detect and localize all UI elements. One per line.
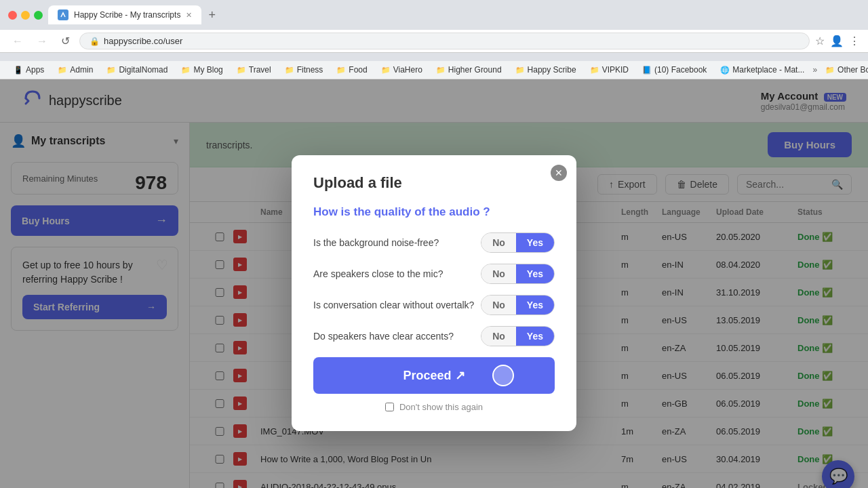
marketplace-icon: 🌐 <box>720 66 730 75</box>
toggle-group-4: No Yes <box>481 326 555 346</box>
titlebar: Happy Scribe - My transcripts ✕ + <box>0 0 868 30</box>
fitness-icon: 📁 <box>285 66 294 75</box>
bookmark-higherground[interactable]: 📁 Higher Ground <box>431 64 507 76</box>
upload-modal: ✕ Upload a file How is the quality of th… <box>292 155 576 431</box>
toggle-yes-1[interactable]: Yes <box>516 233 554 252</box>
question-text-3: Is conversation clear without overtalk? <box>313 300 481 310</box>
question-text-2: Are speakers close to the mic? <box>313 268 481 279</box>
higherground-icon: 📁 <box>436 66 446 75</box>
vipkid-icon: 📁 <box>590 66 599 75</box>
app-container: happyscribe My Account NEW gdesilva01@gm… <box>0 79 868 488</box>
bookmark-travel[interactable]: 📁 Travel <box>231 64 277 76</box>
modal-overlay: ✕ Upload a file How is the quality of th… <box>0 79 868 488</box>
back-btn[interactable]: ← <box>8 34 27 49</box>
toggle-no-4[interactable]: No <box>481 327 516 346</box>
bookmark-admin-label: Admin <box>70 65 93 75</box>
dont-show-row: Don't show this again <box>313 402 555 412</box>
bookmarks-bar: 📱 Apps 📁 Admin 📁 DigitalNomad 📁 My Blog … <box>0 61 868 79</box>
toggle-group-3: No Yes <box>481 295 555 315</box>
toggle-yes-4[interactable]: Yes <box>516 327 554 346</box>
forward-btn[interactable]: → <box>33 34 52 49</box>
toggle-no-3[interactable]: No <box>481 296 516 314</box>
bookmark-happyscribe-label: Happy Scribe <box>528 65 576 75</box>
bookmark-viahero[interactable]: 📁 ViaHero <box>376 64 428 76</box>
travel-icon: 📁 <box>237 66 246 75</box>
other-icon: 📁 <box>825 66 835 75</box>
bookmark-myblog[interactable]: 📁 My Blog <box>176 64 228 76</box>
bookmark-digitalnomad[interactable]: 📁 DigitalNomad <box>101 64 173 76</box>
question-text-4: Do speakers have clear accents? <box>313 331 481 342</box>
bookmark-myblog-label: My Blog <box>193 65 222 75</box>
toggle-yes-3[interactable]: Yes <box>516 296 554 314</box>
bookmark-marketplace[interactable]: 🌐 Marketplace - Mat... <box>715 64 810 76</box>
toggle-no-1[interactable]: No <box>481 233 516 252</box>
bookmark-vipkid[interactable]: 📁 VIPKID <box>585 64 634 76</box>
question-row-2: Are speakers close to the mic? No Yes <box>313 264 555 284</box>
bookmark-apps-label: Apps <box>26 65 44 75</box>
toggle-group-2: No Yes <box>481 264 555 284</box>
new-tab-btn[interactable]: + <box>204 7 220 24</box>
dont-show-label: Don't show this again <box>399 402 483 412</box>
bookmark-food-label: Food <box>349 65 367 75</box>
admin-icon: 📁 <box>58 66 67 75</box>
more-icon[interactable]: ⋮ <box>849 35 860 47</box>
toggle-yes-2[interactable]: Yes <box>516 264 554 283</box>
dont-show-checkbox[interactable] <box>385 403 394 411</box>
toggle-no-2[interactable]: No <box>481 264 516 283</box>
tab-title: Happy Scribe - My transcripts <box>74 10 180 20</box>
proceed-btn[interactable]: Proceed ↗ <box>313 357 555 394</box>
active-tab[interactable]: Happy Scribe - My transcripts ✕ <box>48 5 201 24</box>
reload-btn[interactable]: ↺ <box>57 33 74 49</box>
bookmark-other-label: Other Bookmarks <box>837 65 868 75</box>
bookmark-admin[interactable]: 📁 Admin <box>52 64 98 76</box>
modal-question: How is the quality of the audio ? <box>313 205 555 219</box>
bookmark-facebook-label: (10) Facebook <box>654 65 707 75</box>
bookmark-vipkid-label: VIPKID <box>602 65 629 75</box>
cursor-indicator <box>492 365 514 386</box>
happyscribe-bm-icon: 📁 <box>515 66 525 75</box>
food-icon: 📁 <box>336 66 346 75</box>
browser-chrome: Happy Scribe - My transcripts ✕ + ← → ↺ … <box>0 0 868 61</box>
bookmark-fitness[interactable]: 📁 Fitness <box>279 64 329 76</box>
bookmark-higherground-label: Higher Ground <box>448 65 502 75</box>
question-row-3: Is conversation clear without overtalk? … <box>313 295 555 315</box>
bookmark-digitalnomad-label: DigitalNomad <box>119 65 167 75</box>
bookmark-food[interactable]: 📁 Food <box>331 64 372 76</box>
viahero-icon: 📁 <box>381 66 391 75</box>
tab-close-btn[interactable]: ✕ <box>186 11 192 20</box>
bookmark-fitness-label: Fitness <box>297 65 323 75</box>
digitalnomad-icon: 📁 <box>106 66 116 75</box>
more-bookmarks-btn[interactable]: » <box>812 65 817 75</box>
bookmark-travel-label: Travel <box>249 65 271 75</box>
bookmark-apps[interactable]: 📱 Apps <box>8 64 50 76</box>
question-row-4: Do speakers have clear accents? No Yes <box>313 326 555 346</box>
bookmark-facebook[interactable]: 📘 (10) Facebook <box>637 64 712 76</box>
bookmark-other[interactable]: 📁 Other Bookmarks <box>820 64 868 76</box>
bookmark-star-icon[interactable]: ☆ <box>815 35 825 47</box>
tab-bar: Happy Scribe - My transcripts ✕ + <box>48 5 860 24</box>
apps-icon: 📱 <box>14 66 23 75</box>
question-text-1: Is the background noise-free? <box>313 237 481 248</box>
bookmark-marketplace-label: Marketplace - Mat... <box>732 65 804 75</box>
facebook-icon: 📘 <box>642 66 652 75</box>
minimize-window-btn[interactable] <box>21 11 30 20</box>
toggle-group-1: No Yes <box>481 232 555 253</box>
nav-icons: ☆ 👤 ⋮ <box>815 35 860 47</box>
fullscreen-window-btn[interactable] <box>34 11 43 20</box>
close-window-btn[interactable] <box>8 11 17 20</box>
traffic-lights <box>8 11 43 20</box>
browser-navbar: ← → ↺ 🔒 happyscribe.co/user ☆ 👤 ⋮ <box>0 30 868 53</box>
profile-icon[interactable]: 👤 <box>830 35 844 47</box>
modal-close-btn[interactable]: ✕ <box>551 165 567 181</box>
proceed-label: Proceed ↗ <box>403 368 465 383</box>
bookmark-viahero-label: ViaHero <box>393 65 422 75</box>
lock-icon: 🔒 <box>90 37 100 46</box>
address-text: happyscribe.co/user <box>104 36 182 46</box>
address-bar[interactable]: 🔒 happyscribe.co/user <box>79 33 810 49</box>
modal-title: Upload a file <box>313 174 555 192</box>
question-row-1: Is the background noise-free? No Yes <box>313 232 555 253</box>
bookmark-happyscribe[interactable]: 📁 Happy Scribe <box>510 64 582 76</box>
tab-favicon <box>58 9 68 20</box>
myblog-icon: 📁 <box>181 66 191 75</box>
